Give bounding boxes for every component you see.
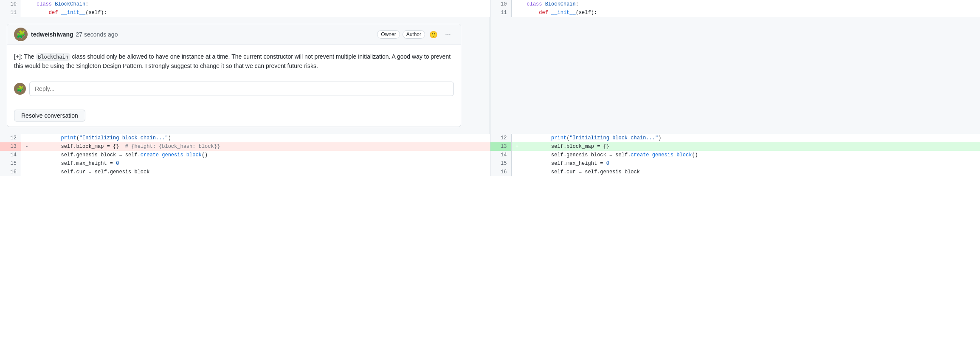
comment-text-body: class should only be allowed to have one…	[14, 53, 451, 69]
line-code: def __init__(self):	[523, 8, 980, 17]
comment-left-column: 🧩 tedweishiwang 27 seconds ago Owner Aut…	[0, 17, 490, 134]
resolve-conversation-button[interactable]: Resolve conversation	[14, 110, 85, 121]
line-number: 12	[490, 134, 512, 142]
line-marker	[21, 159, 32, 168]
right-line-10: 10 class BlockChain:	[490, 0, 980, 8]
line-code: self.genesis_block = self.create_genesis…	[32, 151, 490, 159]
line-marker	[21, 168, 32, 176]
more-options-button[interactable]: ···	[442, 28, 454, 40]
line-code: self.block_map = {} # {height: {block_ha…	[32, 142, 490, 151]
line-marker	[21, 134, 32, 142]
diff-left-top: 10 class BlockChain: 11 def __init__(sel…	[0, 0, 490, 17]
line-marker	[21, 0, 32, 8]
line-number: 16	[0, 168, 21, 176]
line-marker: +	[512, 142, 523, 151]
line-code: self.cur = self.genesis_block	[523, 168, 980, 176]
line-number: 15	[0, 159, 21, 168]
line-number: 13	[0, 142, 21, 151]
line-number: 14	[0, 151, 21, 159]
left-line-14: 14 self.genesis_block = self.create_gene…	[0, 151, 490, 159]
right-line-16: 16 self.cur = self.genesis_block	[490, 168, 980, 176]
line-marker	[512, 0, 523, 8]
line-marker	[21, 8, 32, 17]
diff-left-bottom: 12 print("Initializing block chain...") …	[0, 134, 490, 176]
line-marker	[512, 151, 523, 159]
comment-split-row: 🧩 tedweishiwang 27 seconds ago Owner Aut…	[0, 17, 980, 134]
right-line-13: 13 + self.block_map = {}	[490, 142, 980, 151]
line-marker	[512, 134, 523, 142]
line-code: print("Initializing block chain...")	[32, 134, 490, 142]
line-code: def __init__(self):	[32, 8, 490, 17]
line-number: 10	[0, 0, 21, 8]
line-code: self.max_height = 0	[32, 159, 490, 168]
comment-thread: 🧩 tedweishiwang 27 seconds ago Owner Aut…	[7, 24, 461, 127]
comment-header-left: 🧩 tedweishiwang 27 seconds ago	[14, 28, 118, 41]
line-code: self.block_map = {}	[523, 142, 980, 151]
line-marker	[512, 8, 523, 17]
comment-header: 🧩 tedweishiwang 27 seconds ago Owner Aut…	[7, 24, 461, 45]
left-line-13: 13 - self.block_map = {} # {height: {blo…	[0, 142, 490, 151]
line-number: 11	[0, 8, 21, 17]
line-marker	[21, 151, 32, 159]
comment-thread-container: 🧩 tedweishiwang 27 seconds ago Owner Aut…	[0, 17, 490, 134]
comment-inline-code: BlockChain	[36, 53, 70, 61]
line-code: class BlockChain:	[523, 0, 980, 8]
comment-time: 27 seconds ago	[76, 31, 118, 38]
comment-text-prefix: [+]: The	[14, 53, 36, 60]
owner-badge: Owner	[377, 30, 400, 39]
comment-right-column	[490, 17, 980, 134]
line-number: 14	[490, 151, 512, 159]
reply-input[interactable]	[29, 82, 454, 96]
right-line-11: 11 def __init__(self):	[490, 8, 980, 17]
resolve-area: Resolve conversation	[7, 99, 461, 127]
reply-avatar: 🧩	[14, 83, 26, 95]
author-badge: Author	[403, 30, 425, 39]
left-line-12: 12 print("Initializing block chain...")	[0, 134, 490, 142]
comment-meta: tedweishiwang 27 seconds ago	[31, 31, 118, 38]
right-line-12: 12 print("Initializing block chain...")	[490, 134, 980, 142]
line-number: 12	[0, 134, 21, 142]
line-code: class BlockChain:	[32, 0, 490, 8]
emoji-button[interactable]: 🙂	[428, 28, 439, 40]
line-marker: -	[21, 142, 32, 151]
line-number: 15	[490, 159, 512, 168]
comment-author: tedweishiwang	[31, 31, 73, 38]
bottom-diff-section: 12 print("Initializing block chain...") …	[0, 134, 980, 176]
left-line-10: 10 class BlockChain:	[0, 0, 490, 8]
line-code: self.cur = self.genesis_block	[32, 168, 490, 176]
right-line-14: 14 self.genesis_block = self.create_gene…	[490, 151, 980, 159]
line-number: 13	[490, 142, 512, 151]
reply-area: 🧩	[7, 78, 461, 99]
right-line-15: 15 self.max_height = 0	[490, 159, 980, 168]
diff-right-top: 10 class BlockChain: 11 def __init__(sel…	[490, 0, 980, 17]
left-line-16: 16 self.cur = self.genesis_block	[0, 168, 490, 176]
left-line-11: 11 def __init__(self):	[0, 8, 490, 17]
comment-header-right: Owner Author 🙂 ···	[377, 28, 454, 40]
avatar: 🧩	[14, 28, 28, 41]
comment-body: [+]: The BlockChain class should only be…	[7, 45, 461, 78]
line-number: 10	[490, 0, 512, 8]
diff-right-bottom: 12 print("Initializing block chain...") …	[490, 134, 980, 176]
top-diff-section: 10 class BlockChain: 11 def __init__(sel…	[0, 0, 980, 17]
line-marker	[512, 159, 523, 168]
line-number: 11	[490, 8, 512, 17]
left-line-15: 15 self.max_height = 0	[0, 159, 490, 168]
line-code: self.max_height = 0	[523, 159, 980, 168]
line-code: self.genesis_block = self.create_genesis…	[523, 151, 980, 159]
line-code: print("Initializing block chain...")	[523, 134, 980, 142]
line-number: 16	[490, 168, 512, 176]
line-marker	[512, 168, 523, 176]
